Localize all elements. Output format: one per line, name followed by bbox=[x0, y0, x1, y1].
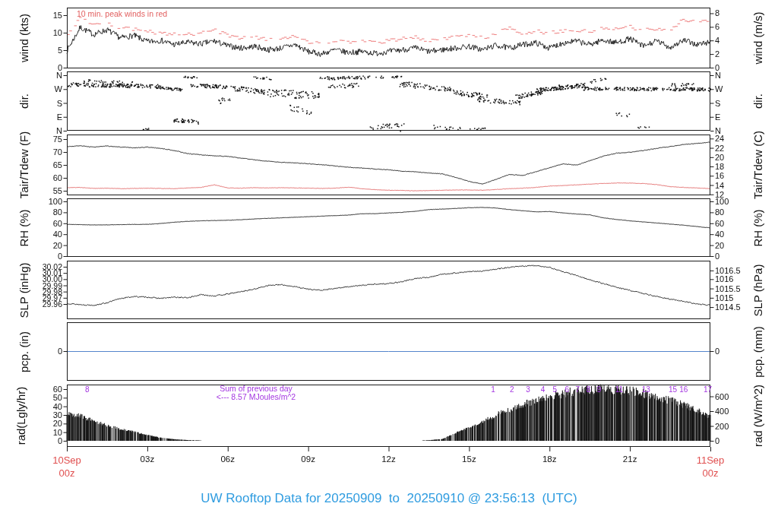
axis-title-left-wind: wind (kts) bbox=[17, 14, 30, 62]
y-tick-label-left: W bbox=[0, 84, 62, 93]
y-tick-label-right: 200 bbox=[715, 422, 762, 431]
y-tick-label-left: 20 bbox=[0, 241, 62, 250]
y-tick-label-left: 20 bbox=[0, 419, 62, 428]
rad-mj-marker: 2 bbox=[504, 385, 520, 394]
x-tick-label: 03z bbox=[126, 454, 169, 464]
x-tick-label: 00z bbox=[46, 467, 88, 479]
panel-rad bbox=[67, 385, 710, 447]
y-tick-label-right: 600 bbox=[715, 392, 762, 401]
y-tick-label-right: 8 bbox=[715, 8, 762, 17]
panel-rh bbox=[67, 198, 710, 257]
panel-slp bbox=[67, 261, 710, 319]
y-tick-label-left: 75 bbox=[0, 135, 62, 144]
y-tick-label-right: S bbox=[715, 99, 762, 108]
peak-winds-note: 10 min. peak winds in red bbox=[77, 9, 167, 18]
rad-mj-marker: 11 bbox=[611, 385, 628, 394]
rad-mj-marker: 9 bbox=[591, 385, 608, 394]
y-tick-label-right: 0 bbox=[715, 436, 762, 445]
rad-mj-marker: 8 bbox=[79, 385, 96, 394]
y-tick-label-right: E bbox=[715, 112, 762, 122]
panel-dir bbox=[67, 71, 710, 131]
y-tick-label-right: 14 bbox=[715, 181, 762, 190]
x-tick-label: 10Sep bbox=[46, 454, 88, 466]
y-tick-label-right: 40 bbox=[715, 230, 762, 239]
y-tick-label-left: 5 bbox=[0, 46, 62, 55]
y-tick-label-right: 100 bbox=[715, 197, 762, 206]
y-tick-label-left: 60 bbox=[0, 219, 62, 228]
rad-mj-marker: 1 bbox=[485, 385, 501, 394]
y-tick-label-right: 80 bbox=[715, 207, 762, 217]
y-tick-label-left: 80 bbox=[0, 207, 62, 217]
y-tick-label-right: 0 bbox=[715, 252, 762, 261]
y-tick-label-right: 2 bbox=[715, 49, 762, 59]
y-tick-label-left: E bbox=[0, 112, 62, 122]
y-tick-label-left: 15 bbox=[0, 11, 62, 20]
y-tick-label-right: 1016.5 bbox=[715, 266, 762, 275]
y-tick-label-left: 30 bbox=[0, 410, 62, 420]
y-tick-label-left: 0 bbox=[0, 347, 62, 356]
y-tick-label-left: 40 bbox=[0, 230, 62, 239]
rad-mj-marker: 13 bbox=[637, 385, 654, 394]
y-tick-label-right: 20 bbox=[715, 241, 762, 250]
x-tick-label: 06z bbox=[207, 454, 249, 464]
y-tick-label-right: 1014.5 bbox=[715, 302, 762, 312]
y-tick-label-left: 65 bbox=[0, 160, 62, 169]
rad-mj-marker: 17 bbox=[699, 385, 716, 394]
y-tick-label-right: W bbox=[715, 84, 762, 93]
x-tick-label: 00z bbox=[689, 467, 732, 479]
rad-mj-marker: 16 bbox=[675, 385, 692, 394]
y-tick-label-left: N bbox=[0, 71, 62, 80]
y-tick-label-right: 22 bbox=[715, 144, 762, 153]
y-tick-label-right: 16 bbox=[715, 171, 762, 180]
panel-pcp bbox=[67, 322, 710, 381]
x-tick-label: 09z bbox=[287, 454, 330, 464]
y-tick-label-right: 1015.5 bbox=[715, 284, 762, 293]
x-tick-label: 11Sep bbox=[689, 454, 732, 466]
rad-sum-note-line2: <--- 8.57 MJoules/m^2 bbox=[180, 392, 332, 401]
y-tick-label-left: 30.02 bbox=[0, 262, 62, 271]
y-tick-label-right: 6 bbox=[715, 22, 762, 31]
y-tick-label-left: 60 bbox=[0, 173, 62, 182]
figure-title: UW Rooftop Data for 20250909 to 20250910… bbox=[0, 491, 778, 506]
y-tick-label-right: N bbox=[715, 71, 762, 80]
y-tick-label-left: 0 bbox=[0, 436, 62, 445]
y-tick-label-right: 24 bbox=[715, 134, 762, 143]
y-tick-label-right: 0 bbox=[715, 347, 762, 356]
y-tick-label-left: 10 bbox=[0, 428, 62, 437]
x-tick-label: 21z bbox=[609, 454, 651, 464]
y-tick-label-right: 1016 bbox=[715, 274, 762, 283]
y-tick-label-left: 40 bbox=[0, 402, 62, 411]
x-tick-label: 18z bbox=[528, 454, 571, 464]
y-tick-label-left: 55 bbox=[0, 186, 62, 195]
y-tick-label-left: 60 bbox=[0, 385, 62, 394]
panel-temp bbox=[67, 135, 710, 195]
y-tick-label-left: 70 bbox=[0, 147, 62, 157]
x-tick-label: 15z bbox=[448, 454, 490, 464]
uw-rooftop-weather-figure: wind (kts)wind (m/s)05101502468dir.dir.N… bbox=[0, 0, 778, 532]
y-tick-label-right: 1015 bbox=[715, 293, 762, 302]
y-tick-label-left: 50 bbox=[0, 393, 62, 402]
y-tick-label-right: 400 bbox=[715, 407, 762, 416]
y-tick-label-left: S bbox=[0, 99, 62, 108]
y-tick-label-right: 60 bbox=[715, 219, 762, 228]
x-tick-label: 12z bbox=[368, 454, 410, 464]
y-tick-label-left: 0 bbox=[0, 252, 62, 261]
y-tick-label-left: 100 bbox=[0, 197, 62, 206]
y-tick-label-right: 4 bbox=[715, 36, 762, 45]
y-tick-label-left: 10 bbox=[0, 28, 62, 37]
y-tick-label-right: 18 bbox=[715, 162, 762, 171]
y-tick-label-right: 20 bbox=[715, 153, 762, 162]
